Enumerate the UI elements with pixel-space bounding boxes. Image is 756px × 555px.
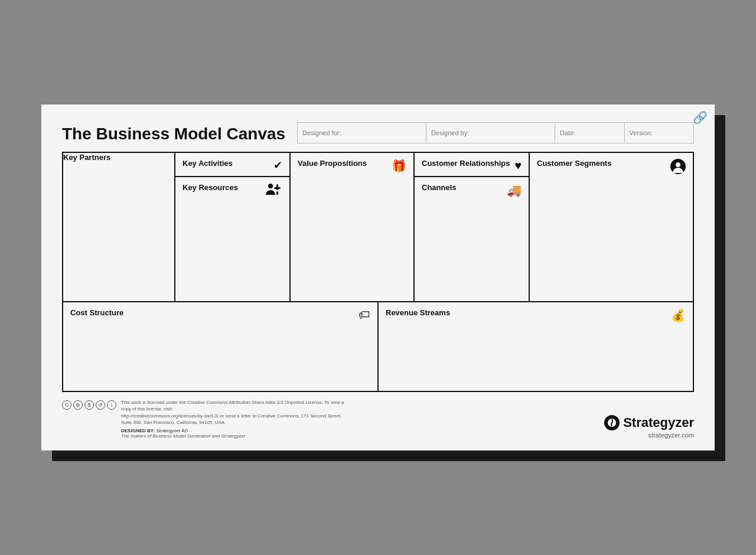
cr-channels-col: Customer Relationships ♥ Channels 🚚 xyxy=(415,153,530,301)
key-activities-label: Key Activities xyxy=(183,159,282,168)
value-propositions-icon: 🎁 xyxy=(392,159,406,173)
customer-segments-icon xyxy=(670,159,686,177)
cost-structure-icon: 🏷 xyxy=(359,308,370,322)
svg-rect-3 xyxy=(276,191,278,195)
cc-nd-icon: i xyxy=(107,400,116,410)
designed-by-field[interactable]: Designed by: xyxy=(426,123,555,143)
revenue-streams-label: Revenue Streams xyxy=(386,308,686,317)
customer-relationships-cell: Customer Relationships ♥ xyxy=(415,153,529,177)
strategyzer-url: strategyzer.com xyxy=(604,432,694,439)
cc-icon: © xyxy=(62,400,71,410)
customer-segments-label: Customer Segments xyxy=(537,159,686,168)
value-propositions-cell: Value Propositions 🎁 xyxy=(291,153,415,301)
key-activities-icon: ✔ xyxy=(273,159,282,172)
key-resources-cell: Key Resources xyxy=(175,177,289,301)
revenue-streams-cell: Revenue Streams 💰 xyxy=(379,302,693,391)
main-row: Key Partners 🔗 Key Activities ✔ Key Reso… xyxy=(63,153,693,302)
value-propositions-label: Value Propositions xyxy=(298,159,406,168)
cc-sa-icon: ↺ xyxy=(96,400,105,410)
footer-text-block: This work is licensed under the Creative… xyxy=(121,399,346,439)
license-text: This work is licensed under the Creative… xyxy=(121,399,346,426)
revenue-streams-icon: 💰 xyxy=(671,308,686,322)
strategyzer-logo-icon xyxy=(604,415,620,430)
strategyzer-logo: Strategyzer xyxy=(604,415,694,430)
bottom-row: Cost Structure 🏷 Revenue Streams 💰 xyxy=(63,302,693,391)
channels-icon: 🚚 xyxy=(507,183,522,197)
cost-structure-cell: Cost Structure 🏷 xyxy=(63,302,379,391)
cost-structure-label: Cost Structure xyxy=(70,308,370,317)
key-activities-cell: Key Activities ✔ xyxy=(175,153,289,177)
date-field[interactable]: Date: xyxy=(555,123,624,143)
customer-segments-cell: Customer Segments xyxy=(530,153,693,301)
page-title: The Business Model Canvas xyxy=(62,125,285,143)
cc-nc-icon: $ xyxy=(84,400,94,410)
designed-by-text: Designed by: Strategyzer AG xyxy=(121,428,346,433)
key-resources-icon xyxy=(266,183,282,199)
version-field[interactable]: Version: xyxy=(625,123,693,143)
cc-by-icon: ⊕ xyxy=(73,400,83,410)
svg-point-0 xyxy=(268,184,273,188)
footer-left: © ⊕ $ ↺ i This work is licensed under th… xyxy=(62,399,346,439)
header-fields: Designed for: Designed by: Date: Version… xyxy=(297,122,694,143)
designed-for-field[interactable]: Designed for: xyxy=(298,123,426,143)
cc-icons: © ⊕ $ ↺ i xyxy=(62,400,116,410)
activities-resources-col: Key Activities ✔ Key Resources xyxy=(175,153,291,301)
svg-point-5 xyxy=(676,162,680,167)
svg-rect-2 xyxy=(274,187,281,189)
strategyzer-brand-text: Strategyzer xyxy=(623,415,694,430)
canvas-grid: Key Partners 🔗 Key Activities ✔ Key Reso… xyxy=(62,152,694,392)
channels-cell: Channels 🚚 xyxy=(415,177,529,301)
canvas-page: The Business Model Canvas Designed for: … xyxy=(41,105,715,450)
key-partners-label: Key Partners xyxy=(63,153,174,162)
footer-right: Strategyzer strategyzer.com xyxy=(604,415,694,439)
page-footer: © ⊕ $ ↺ i This work is licensed under th… xyxy=(62,399,694,439)
key-partners-icon: 🔗 xyxy=(693,110,708,125)
tagline-text: The makers of Business Model Generation … xyxy=(121,433,346,439)
key-partners-cell: Key Partners 🔗 xyxy=(63,153,175,301)
page-header: The Business Model Canvas Designed for: … xyxy=(62,122,694,143)
customer-relationships-label: Customer Relationships xyxy=(422,159,522,168)
customer-relationships-icon: ♥ xyxy=(514,159,522,172)
